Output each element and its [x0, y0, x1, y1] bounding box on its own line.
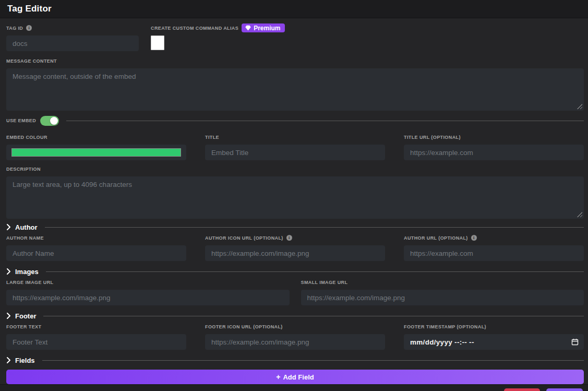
footer-timestamp-field-group: FOOTER TIMESTAMP (OPTIONAL) mm/dd/yyyy -… [404, 322, 584, 350]
add-field-button-label: Add Field [283, 373, 314, 381]
footer-timestamp-input[interactable]: mm/dd/yyyy --:-- -- [404, 334, 584, 350]
info-icon[interactable]: i [471, 235, 477, 241]
footer-icon-url-field-group: FOOTER ICON URL (OPTIONAL) [205, 322, 385, 350]
info-icon[interactable]: i [26, 25, 32, 31]
page-title: Tag Editor [7, 4, 52, 14]
author-url-field-group: AUTHOR URL (OPTIONAL) i [404, 233, 584, 261]
author-section-body: AUTHOR NAME AUTHOR ICON URL (OPTIONAL) i… [6, 233, 584, 261]
tag-editor-page: Tag Editor TAG ID i CREATE CUSTOM COMMAN… [0, 0, 588, 391]
footer-section-title: Footer [15, 312, 36, 320]
divider [46, 271, 584, 272]
info-icon[interactable]: i [286, 235, 292, 241]
use-embed-row: USE EMBED [6, 115, 584, 126]
images-section-toggle[interactable]: Images [6, 266, 584, 277]
timestamp-value: mm/dd/yyyy --:-- -- [410, 338, 571, 346]
calendar-icon[interactable] [571, 338, 579, 346]
embed-colour-input[interactable] [6, 145, 186, 160]
toggle-knob [50, 117, 58, 125]
images-section-body: LARGE IMAGE URL SMALL IMAGE URL [6, 278, 584, 305]
chevron-right-icon [6, 224, 11, 230]
images-section-title: Images [15, 268, 39, 276]
chevron-right-icon [6, 313, 11, 319]
embed-header-row: EMBED COLOUR TITLE TITLE URL (OPTIONAL) [6, 133, 584, 160]
tag-id-label: TAG ID [6, 26, 23, 31]
gem-icon [245, 25, 251, 31]
description-label: DESCRIPTION [6, 167, 41, 172]
author-name-field-group: AUTHOR NAME [6, 233, 186, 261]
add-field-button[interactable]: + Add Field [6, 370, 584, 384]
large-image-url-field-group: LARGE IMAGE URL [6, 278, 290, 305]
premium-badge-label: Premium [254, 25, 280, 32]
tag-editor-form: TAG ID i CREATE CUSTOM COMMAND ALIAS Pre… [0, 18, 588, 384]
alias-field-group: CREATE CUSTOM COMMAND ALIAS Premium [151, 23, 584, 51]
author-url-label: AUTHOR URL (OPTIONAL) [404, 235, 468, 241]
footer-text-label: FOOTER TEXT [6, 324, 41, 329]
description-textarea[interactable] [6, 176, 584, 219]
divider [42, 360, 584, 361]
footer-text-field-group: FOOTER TEXT [6, 322, 186, 350]
tagid-alias-row: TAG ID i CREATE CUSTOM COMMAND ALIAS Pre… [6, 23, 584, 51]
embed-colour-label: EMBED COLOUR [6, 135, 47, 140]
author-icon-url-label: AUTHOR ICON URL (OPTIONAL) [205, 235, 283, 241]
footer-icon-url-label: FOOTER ICON URL (OPTIONAL) [205, 324, 283, 329]
divider [45, 227, 584, 228]
footer-text-input[interactable] [6, 334, 186, 350]
author-icon-url-input[interactable] [205, 245, 385, 261]
action-bar: Cancel Save [0, 384, 588, 391]
title-url-input[interactable] [404, 145, 584, 160]
small-image-url-label: SMALL IMAGE URL [301, 280, 348, 285]
title-field-group: TITLE [205, 133, 385, 160]
footer-section-toggle[interactable]: Footer [6, 311, 584, 321]
premium-badge: Premium [242, 23, 284, 32]
author-name-label: AUTHOR NAME [6, 235, 44, 241]
message-content-field-group: MESSAGE CONTENT [6, 56, 584, 111]
title-input[interactable] [205, 145, 385, 160]
footer-timestamp-label: FOOTER TIMESTAMP (OPTIONAL) [404, 324, 486, 329]
large-image-url-label: LARGE IMAGE URL [6, 280, 54, 285]
tag-id-input[interactable] [6, 35, 139, 51]
author-section-title: Author [15, 223, 38, 231]
fields-section-toggle[interactable]: Fields [6, 355, 584, 365]
page-header: Tag Editor [0, 0, 588, 18]
save-button[interactable]: Save [546, 388, 583, 391]
small-image-url-input[interactable] [301, 290, 584, 305]
alias-checkbox[interactable] [151, 35, 164, 50]
small-image-url-field-group: SMALL IMAGE URL [301, 278, 584, 305]
chevron-right-icon [6, 357, 11, 363]
title-url-field-group: TITLE URL (OPTIONAL) [404, 133, 584, 160]
tag-id-field-group: TAG ID i [6, 23, 139, 51]
use-embed-label: USE EMBED [6, 118, 36, 123]
use-embed-toggle[interactable] [40, 116, 59, 126]
colour-swatch [11, 148, 181, 157]
author-icon-url-field-group: AUTHOR ICON URL (OPTIONAL) i [205, 233, 385, 261]
large-image-url-input[interactable] [6, 290, 290, 305]
author-name-input[interactable] [6, 245, 186, 261]
author-url-input[interactable] [404, 245, 584, 261]
message-content-label: MESSAGE CONTENT [6, 58, 57, 64]
title-url-label: TITLE URL (OPTIONAL) [404, 135, 461, 140]
fields-section-title: Fields [15, 357, 35, 364]
footer-icon-url-input[interactable] [205, 334, 385, 350]
title-label: TITLE [205, 135, 219, 140]
footer-section-body: FOOTER TEXT FOOTER ICON URL (OPTIONAL) F… [6, 322, 584, 350]
cancel-button[interactable]: Cancel [504, 388, 540, 391]
embed-colour-field-group: EMBED COLOUR [6, 133, 186, 160]
message-content-textarea[interactable] [6, 68, 584, 111]
description-field-group: DESCRIPTION [6, 164, 584, 219]
chevron-right-icon [6, 268, 11, 275]
divider [66, 121, 584, 121]
alias-label: CREATE CUSTOM COMMAND ALIAS [151, 26, 238, 31]
divider [43, 316, 584, 316]
plus-icon: + [276, 373, 280, 381]
author-section-toggle[interactable]: Author [6, 222, 584, 232]
